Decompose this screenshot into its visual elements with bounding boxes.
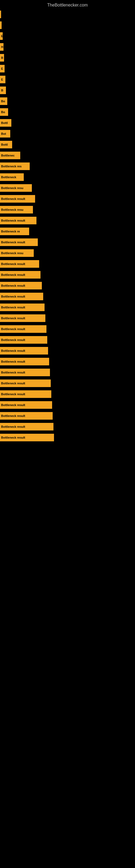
bar: Bottl <box>0 119 11 127</box>
bar: Bottleneck result <box>0 390 51 398</box>
bar-label: Bottleneck result <box>1 382 25 385</box>
bar: Bottleneck result <box>0 347 48 354</box>
bar-row: Bottleneck result <box>0 258 135 269</box>
bar-label: Bottleneck result <box>1 284 25 287</box>
bar: E <box>0 76 5 83</box>
bar: E <box>0 65 5 72</box>
bar: Bottleneck result <box>0 260 39 268</box>
bar-row: E <box>0 74 135 85</box>
bar-row: Bottleneck result <box>0 280 135 291</box>
bar-label: Bottleneck result <box>1 262 25 266</box>
bar: Bottleneck result <box>0 271 41 279</box>
bar-label: Bottlenec <box>1 154 14 157</box>
bar-row: Bottleneck result <box>0 302 135 313</box>
bar-row: Bottleneck result <box>0 421 135 432</box>
bar: Bottleneck result <box>0 401 52 409</box>
bar: Bottl <box>0 141 12 148</box>
bar-label: Bottleneck result <box>1 414 25 417</box>
bar: Bottleneck result <box>0 423 53 431</box>
bar-label: Bottleneck result <box>1 425 25 428</box>
bar-row: Bottl <box>0 139 135 150</box>
bar-row: B <box>0 52 135 63</box>
bar-label: Bottleneck result <box>1 403 25 407</box>
bar <box>0 22 2 29</box>
bar-row: Bottleneck resu <box>0 248 135 258</box>
bar-row: Bottleneck result <box>0 345 135 356</box>
bar: Bottleneck result <box>0 239 38 246</box>
bar-row: Bottleneck result <box>0 389 135 400</box>
bar-row: Bottleneck <box>0 172 135 183</box>
bar: Bottleneck result <box>0 434 54 441</box>
bar: Bottleneck result <box>0 379 51 387</box>
bar-row: Bottleneck result <box>0 237 135 248</box>
bar-row: Bottleneck result <box>0 313 135 323</box>
bar-label: Bot <box>1 132 6 135</box>
bar-row: Bot <box>0 128 135 139</box>
bar-label: Bottleneck result <box>1 273 25 276</box>
bar-row: Bottleneck resu <box>0 204 135 215</box>
bars-list: EHBEEBBoBoBottlBotBottlBottlenecBottlene… <box>0 9 135 443</box>
bar-label: H <box>1 45 3 49</box>
bar-row <box>0 9 135 20</box>
bar: Bottleneck result <box>0 304 45 311</box>
bar-row <box>0 20 135 31</box>
bar-row: Bottleneck res <box>0 161 135 172</box>
bar: Bottleneck result <box>0 314 45 322</box>
bar-label: Bottleneck resu <box>1 208 24 211</box>
bar-row: Bottleneck result <box>0 367 135 378</box>
bar: Bottleneck result <box>0 195 35 203</box>
bar: B <box>0 54 4 62</box>
bar-row: Bottl <box>0 118 135 128</box>
bar-label: Bottleneck result <box>1 306 25 309</box>
bar: Bottleneck result <box>0 336 47 344</box>
bar-label: Bottleneck result <box>1 316 25 320</box>
bar-row: E <box>0 31 135 41</box>
bar-label: Bo <box>1 99 5 103</box>
site-title: TheBottlenecker.com <box>0 0 135 9</box>
bar-row: B <box>0 85 135 96</box>
bar: B <box>0 87 6 94</box>
bar-row: Bottleneck resu <box>0 183 135 193</box>
bar-row: Bottleneck result <box>0 432 135 443</box>
bar-row: Bottleneck result <box>0 291 135 302</box>
bar-row: E <box>0 63 135 74</box>
bar-row: Bottleneck result <box>0 193 135 204</box>
bar-label: Bottleneck result <box>1 219 25 222</box>
bar-row: Bottleneck result <box>0 400 135 410</box>
bar: Bottleneck result <box>0 412 53 420</box>
bar-row: Bottleneck result <box>0 215 135 226</box>
bar-label: E <box>1 67 3 70</box>
bar-row: Bottleneck result <box>0 269 135 280</box>
bar-label: Bottl <box>1 121 8 124</box>
bar-row: Bottleneck result <box>0 335 135 345</box>
bar: Bottleneck resu <box>0 184 32 192</box>
bar-label: Bottleneck result <box>1 328 25 331</box>
bar: Bo <box>0 108 8 116</box>
bar-label: Bo <box>1 111 5 114</box>
bar-row: Bo <box>0 106 135 118</box>
bar-label: B <box>1 89 3 92</box>
bar-label: Bottleneck result <box>1 360 25 363</box>
bar-label: Bottleneck result <box>1 393 25 396</box>
bar-label: E <box>1 78 3 81</box>
bar: Bo <box>0 97 7 105</box>
bar-label: Bottleneck result <box>1 436 25 439</box>
bar-row: Bottleneck result <box>0 356 135 367</box>
bar-label: B <box>1 56 3 59</box>
bar-label: Bottleneck result <box>1 241 25 244</box>
bar: Bottleneck result <box>0 217 37 224</box>
bar: Bottlenec <box>0 152 20 159</box>
bar-label: Bottleneck result <box>1 371 25 374</box>
bar: Bottleneck result <box>0 358 49 365</box>
bar-label: Bottleneck result <box>1 349 25 352</box>
bar: Bottleneck resu <box>0 249 34 257</box>
bar-label: Bottleneck re <box>1 230 20 233</box>
bar: Bottleneck re <box>0 227 29 235</box>
bar: Bottleneck result <box>0 293 43 300</box>
bar: Bot <box>0 130 10 137</box>
bar-label: Bottleneck result <box>1 338 25 341</box>
bar: Bottleneck result <box>0 282 42 289</box>
bar-row: Bottleneck result <box>0 410 135 421</box>
bar-label: Bottleneck resu <box>1 251 24 255</box>
bar-row: Bottleneck re <box>0 226 135 237</box>
